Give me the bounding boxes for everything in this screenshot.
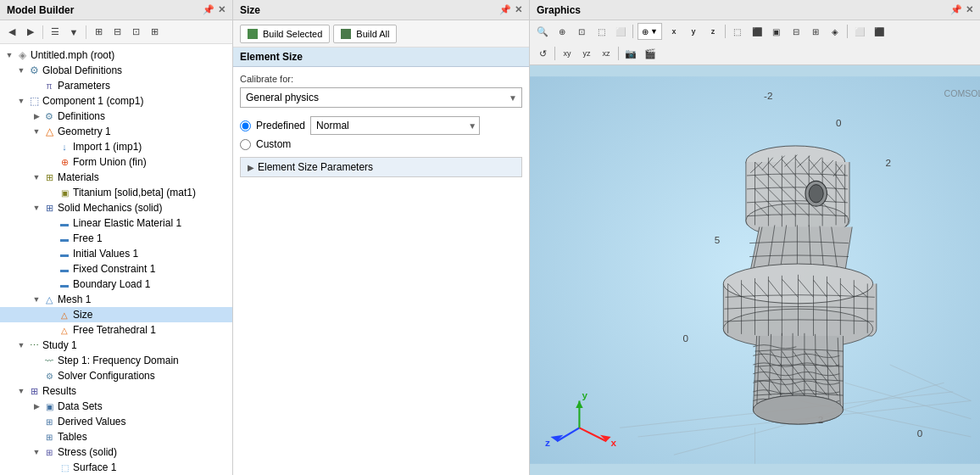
- tree-item-fixedconstr[interactable]: ▬ Fixed Constraint 1: [0, 261, 232, 277]
- extra-button[interactable]: ⊞: [146, 24, 163, 41]
- tree-item-solverconf[interactable]: ⚙ Solver Configurations: [0, 368, 232, 383]
- predefined-select[interactable]: Extremely fine Extra fine Finer Fine Nor…: [310, 116, 480, 135]
- tree-item-step1[interactable]: 〰 Step 1: Frequency Domain: [0, 353, 232, 368]
- tree-item-linearelastic[interactable]: ▬ Linear Elastic Material 1: [0, 215, 232, 231]
- axis-num-5: 5: [715, 234, 721, 245]
- tree-item-freetet[interactable]: △ Free Tetrahedral 1: [0, 322, 232, 338]
- axis-y-button[interactable]: y: [684, 23, 703, 40]
- rotate-button[interactable]: ↺: [533, 45, 552, 62]
- screenshot-button[interactable]: 📷: [621, 45, 640, 62]
- hidden-line-button[interactable]: ⊟: [787, 23, 805, 40]
- toggle-solidmech[interactable]: ▼: [31, 202, 42, 214]
- tree-item-params[interactable]: π Parameters: [0, 78, 232, 93]
- tree-item-study1[interactable]: ▼ ⋯ Study 1: [0, 338, 232, 353]
- predefined-radio[interactable]: [240, 120, 251, 131]
- zoom-extents-button[interactable]: ⊡: [572, 23, 591, 40]
- forward-button[interactable]: ▶: [22, 24, 39, 41]
- render-button2[interactable]: ⬛: [870, 23, 888, 40]
- calibrate-select[interactable]: General physics Fluid dynamics Semicondu…: [240, 87, 522, 108]
- surface-edges-button[interactable]: ▣: [767, 23, 786, 40]
- toggle-datasets[interactable]: ▶: [31, 400, 42, 412]
- tree-item-defs[interactable]: ▶ ⚙ Definitions: [0, 109, 232, 124]
- pin-icon[interactable]: 📌: [203, 4, 214, 15]
- back-button[interactable]: ◀: [3, 24, 20, 41]
- tree-item-initialvals[interactable]: ▬ Initial Values 1: [0, 246, 232, 261]
- params-icon: π: [42, 79, 56, 92]
- filter-button[interactable]: ▼: [65, 24, 82, 41]
- tree-item-mesh1[interactable]: ▼ △ Mesh 1: [0, 292, 232, 307]
- sep6: [554, 47, 555, 60]
- tree-label-geom1: Geometry 1: [58, 126, 111, 137]
- tree-item-geom1[interactable]: ▼ △ Geometry 1: [0, 124, 232, 139]
- toggle-globaldefs[interactable]: ▼: [15, 64, 27, 76]
- size-close-icon[interactable]: ✕: [515, 4, 522, 15]
- custom-radio[interactable]: [240, 139, 251, 150]
- close-icon[interactable]: ✕: [218, 4, 226, 15]
- tree-label-formunion: Form Union (fin): [73, 156, 147, 168]
- zoom-box-button[interactable]: ⬚: [592, 23, 610, 40]
- surface-button[interactable]: ⬛: [748, 23, 766, 40]
- tree-item-formunion[interactable]: ⊕ Form Union (fin): [0, 154, 232, 170]
- expand-button[interactable]: ⊞: [90, 24, 107, 41]
- mesh-svg: -2 0 2 5 0 2 0: [530, 65, 980, 475]
- toggle-study1[interactable]: ▼: [15, 339, 27, 351]
- svg-text:COMSOL: COMSOL: [944, 88, 980, 98]
- yz-plane-button[interactable]: yz: [577, 45, 596, 62]
- tree-item-datasets[interactable]: ▶ ▣ Data Sets: [0, 399, 232, 414]
- toggle-geom1[interactable]: ▼: [31, 126, 42, 137]
- tree-item-stress[interactable]: ▼ ⊞ Stress (solid): [0, 444, 232, 460]
- size-pin-icon[interactable]: 📌: [499, 4, 511, 15]
- tree-item-boundaryload[interactable]: ▬ Boundary Load 1: [0, 277, 232, 292]
- tree-item-results[interactable]: ▼ ⊞ Results: [0, 383, 232, 399]
- size-toolbar: Build Selected Build All: [233, 20, 529, 48]
- record-button[interactable]: 🎬: [641, 45, 660, 62]
- wireframe-button[interactable]: ⬚: [728, 23, 747, 40]
- xy-plane-button[interactable]: xy: [558, 45, 576, 62]
- axis-z-button[interactable]: z: [704, 23, 722, 40]
- sep5: [847, 25, 848, 38]
- tree-label-initialvals: Initial Values 1: [73, 248, 138, 260]
- axis-dropdown[interactable]: ⊕ ▼: [638, 23, 662, 40]
- tree-label-globaldefs: Global Definitions: [42, 64, 122, 76]
- toggle-mesh1[interactable]: ▼: [31, 293, 42, 305]
- xz-plane-button[interactable]: xz: [597, 45, 615, 62]
- tree-item-root[interactable]: ▼ ◈ Untitled.mph (root): [0, 48, 232, 63]
- zoom-window-button[interactable]: ⬜: [611, 23, 630, 40]
- toggle-root[interactable]: ▼: [3, 49, 15, 61]
- graphics-viewport[interactable]: -2 0 2 5 0 2 0: [530, 65, 980, 475]
- tree-item-tables[interactable]: ⊞ Tables: [0, 429, 232, 444]
- tree-item-titanium[interactable]: ▣ Titanium [solid,beta] (mat1): [0, 185, 232, 200]
- build-all-button[interactable]: Build All: [333, 25, 397, 43]
- toggle-defs[interactable]: ▶: [31, 110, 42, 122]
- nodes-button[interactable]: ⊡: [127, 24, 144, 41]
- zoom-out-button[interactable]: 🔍: [533, 23, 552, 40]
- axis-x-button[interactable]: x: [665, 23, 683, 40]
- graphics-close-icon[interactable]: ✕: [966, 4, 973, 15]
- tree-item-import1[interactable]: ↓ Import 1 (imp1): [0, 139, 232, 154]
- graphics-pin-icon[interactable]: 📌: [950, 4, 962, 15]
- tree-item-globaldefs[interactable]: ▼ ⚙ Global Definitions: [0, 63, 232, 78]
- build-all-icon: [341, 29, 351, 39]
- view-button[interactable]: ⊟: [109, 24, 125, 41]
- toggle-materials[interactable]: ▼: [31, 171, 42, 183]
- toggle-freetet: [46, 324, 58, 336]
- toggle-results[interactable]: ▼: [15, 385, 27, 397]
- zoom-in-button[interactable]: ⊕: [553, 23, 571, 40]
- tree-item-surface1[interactable]: ⬚ Surface 1: [0, 460, 232, 475]
- perspective-button[interactable]: ◈: [826, 23, 844, 40]
- tree-item-materials[interactable]: ▼ ⊞ Materials: [0, 170, 232, 185]
- toggle-comp1[interactable]: ▼: [15, 95, 27, 107]
- render-button1[interactable]: ⬜: [850, 23, 869, 40]
- tree-item-free1[interactable]: ▬ Free 1: [0, 231, 232, 246]
- hidden-line-edges-button[interactable]: ⊞: [806, 23, 825, 40]
- tree-item-comp1[interactable]: ▼ ⬚ Component 1 (comp1): [0, 93, 232, 109]
- list-button[interactable]: ☰: [47, 24, 64, 41]
- toggle-stress[interactable]: ▼: [31, 446, 42, 458]
- tree-item-derivedvals[interactable]: ⊞ Derived Values: [0, 414, 232, 429]
- calibrate-select-wrapper: General physics Fluid dynamics Semicondu…: [240, 87, 522, 108]
- tree-item-solidmech[interactable]: ▼ ⊞ Solid Mechanics (solid): [0, 200, 232, 215]
- tree-item-size[interactable]: △ Size: [0, 307, 232, 322]
- build-selected-button[interactable]: Build Selected: [240, 25, 330, 43]
- element-size-params-header[interactable]: ▶ Element Size Parameters: [241, 158, 521, 176]
- graphics-toolbar-row1: 🔍 ⊕ ⊡ ⬚ ⬜ ⊕ ▼ x y z ⬚ ⬛ ▣ ⊟ ⊞ ◈ ⬜ ⬛: [530, 20, 980, 42]
